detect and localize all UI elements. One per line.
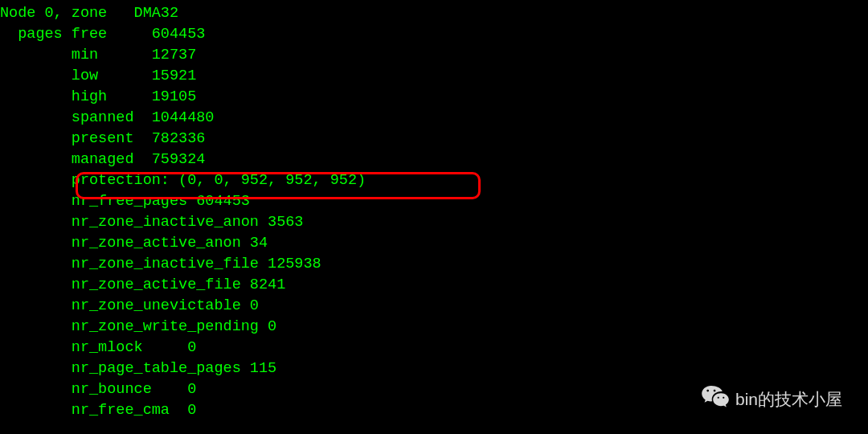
terminal-line: nr_zone_write_pending 0 (0, 317, 868, 338)
terminal-line: nr_zone_inactive_file 125938 (0, 254, 868, 275)
terminal-line: Node 0, zone DMA32 (0, 3, 868, 24)
terminal-line: min 12737 (0, 45, 868, 66)
terminal-output: Node 0, zone DMA32 pages free 604453 min… (0, 3, 868, 421)
terminal-line: nr_zone_active_anon 34 (0, 233, 868, 254)
terminal-line: high 19105 (0, 87, 868, 108)
watermark-text: bin的技术小屋 (735, 389, 842, 410)
terminal-line: nr_page_table_pages 115 (0, 358, 868, 379)
terminal-line: nr_zone_active_file 8241 (0, 275, 868, 296)
terminal-line: spanned 1044480 (0, 108, 868, 129)
terminal-line: pages free 604453 (0, 24, 868, 45)
terminal-line: managed 759324 (0, 149, 868, 170)
terminal-line: nr_zone_unevictable 0 (0, 296, 868, 317)
terminal-line: nr_zone_inactive_anon 3563 (0, 212, 868, 233)
terminal-line: low 15921 (0, 66, 868, 87)
watermark: bin的技术小屋 (702, 386, 842, 413)
terminal-line: nr_mlock 0 (0, 338, 868, 358)
wechat-icon (702, 386, 729, 413)
terminal-line: protection: (0, 0, 952, 952, 952) (0, 170, 868, 191)
terminal-line: nr_free_pages 604453 (0, 191, 868, 212)
terminal-line: present 782336 (0, 129, 868, 149)
